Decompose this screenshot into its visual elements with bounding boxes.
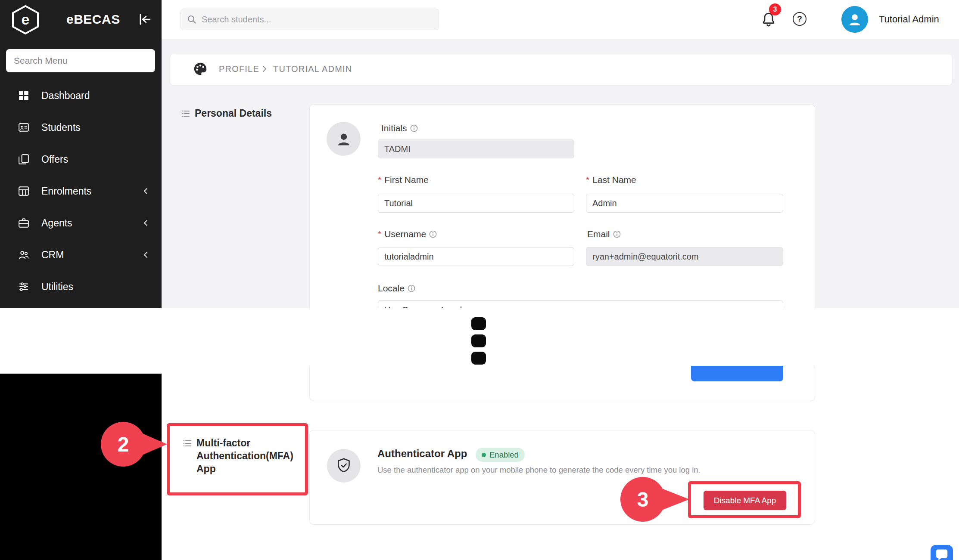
sidebar-item-label: Enrolments bbox=[41, 186, 91, 197]
ebecas-app: e eBECAS Dashboard Students Offers bbox=[0, 0, 959, 560]
svg-text:2: 2 bbox=[118, 433, 129, 456]
enrolments-icon bbox=[18, 186, 29, 197]
notification-count-badge: 3 bbox=[769, 3, 781, 15]
chevron-right-icon bbox=[260, 65, 269, 73]
last-name-field[interactable] bbox=[586, 194, 783, 213]
required-marker: * bbox=[586, 175, 589, 185]
list-icon bbox=[181, 109, 190, 118]
search-icon bbox=[187, 15, 196, 24]
breadcrumb-section[interactable]: PROFILE bbox=[219, 64, 259, 74]
list-icon bbox=[183, 439, 192, 448]
students-icon bbox=[18, 122, 29, 133]
status-badge-label: Enabled bbox=[489, 450, 519, 460]
sidebar-item-label: Students bbox=[41, 122, 81, 133]
locale-label: Locale bbox=[378, 283, 415, 294]
sidebar-item-crm[interactable]: CRM bbox=[0, 239, 162, 271]
cut-indicator-dot bbox=[471, 317, 486, 330]
info-icon bbox=[410, 124, 418, 132]
email-field bbox=[586, 247, 783, 266]
app-title: eBECAS bbox=[66, 12, 120, 27]
last-name-label: * Last Name bbox=[586, 175, 636, 185]
sidebar-item-students[interactable]: Students bbox=[0, 111, 162, 143]
students-search bbox=[181, 9, 439, 30]
sidebar-item-utilities[interactable]: Utilities bbox=[0, 271, 162, 303]
sidebar-item-dashboard[interactable]: Dashboard bbox=[0, 80, 162, 111]
cut-indicator-dot bbox=[471, 334, 486, 347]
info-icon bbox=[408, 285, 415, 292]
sidebar-item-label: Utilities bbox=[41, 281, 73, 293]
sidebar-item-label: Offers bbox=[41, 154, 68, 165]
offers-icon bbox=[18, 154, 29, 165]
sidebar-search-input[interactable] bbox=[6, 49, 155, 72]
sidebar-item-label: Dashboard bbox=[41, 90, 90, 102]
sidebar-item-enrolments[interactable]: Enrolments bbox=[0, 175, 162, 207]
status-dot-icon bbox=[482, 453, 486, 457]
initials-field bbox=[378, 139, 574, 158]
sidebar-menu: Dashboard Students Offers Enrolments bbox=[0, 80, 162, 303]
svg-text:3: 3 bbox=[637, 488, 649, 511]
chevron-left-icon bbox=[141, 186, 150, 196]
breadcrumb-current: TUTORIAL ADMIN bbox=[273, 64, 352, 74]
username-label: * Username bbox=[378, 229, 437, 239]
first-name-field[interactable] bbox=[378, 194, 574, 213]
required-marker: * bbox=[378, 175, 381, 185]
chevron-left-icon bbox=[141, 250, 150, 260]
sidebar-collapse-icon[interactable] bbox=[137, 13, 152, 26]
authenticator-description: Use the authenticator app on your mobile… bbox=[377, 465, 701, 475]
person-icon bbox=[846, 11, 863, 28]
authenticator-title: Authenticator App bbox=[377, 448, 467, 460]
person-icon bbox=[335, 130, 353, 148]
username-field[interactable] bbox=[378, 247, 574, 266]
first-name-label: * First Name bbox=[378, 175, 429, 185]
chat-bubble-icon bbox=[932, 547, 951, 560]
dashboard-icon bbox=[18, 90, 29, 101]
chevron-left-icon bbox=[141, 218, 150, 228]
info-icon bbox=[429, 230, 437, 238]
crm-icon bbox=[18, 249, 29, 260]
info-icon bbox=[613, 230, 621, 238]
disable-mfa-button[interactable]: Disable MFA App bbox=[704, 491, 786, 510]
mfa-nav-label: Multi-factor Authentication(MFA) App bbox=[196, 436, 293, 475]
students-search-input[interactable] bbox=[201, 14, 433, 25]
help-icon[interactable]: ? bbox=[793, 12, 806, 26]
sidebar-item-label: Agents bbox=[41, 217, 72, 229]
shield-avatar bbox=[327, 449, 361, 483]
personal-details-label: Personal Details bbox=[195, 108, 272, 119]
sidebar-item-label: CRM bbox=[41, 249, 64, 261]
initials-label: Initials bbox=[381, 123, 418, 133]
utilities-icon bbox=[18, 281, 29, 292]
nav-mfa-app[interactable]: Multi-factor Authentication(MFA) App bbox=[183, 436, 293, 475]
user-avatar[interactable] bbox=[841, 6, 868, 33]
profile-avatar bbox=[327, 122, 361, 156]
palette-icon bbox=[192, 61, 209, 77]
agents-icon bbox=[18, 217, 29, 229]
sidebar-item-offers[interactable]: Offers bbox=[0, 143, 162, 175]
chat-launcher-button[interactable] bbox=[931, 545, 953, 560]
user-name[interactable]: Tutorial Admin bbox=[879, 14, 939, 25]
shield-icon bbox=[335, 457, 352, 474]
sidebar-item-agents[interactable]: Agents bbox=[0, 207, 162, 239]
ebecas-logo-icon: e bbox=[10, 4, 40, 34]
email-label: Email bbox=[587, 229, 621, 239]
svg-text:e: e bbox=[22, 11, 30, 28]
nav-personal-details[interactable]: Personal Details bbox=[181, 108, 272, 119]
enabled-status-badge: Enabled bbox=[476, 448, 525, 462]
annotation-balloon-step2: 2 bbox=[98, 420, 169, 468]
cut-indicator-dot bbox=[471, 352, 486, 365]
annotation-balloon-step3: 3 bbox=[619, 476, 692, 523]
required-marker: * bbox=[378, 229, 381, 239]
